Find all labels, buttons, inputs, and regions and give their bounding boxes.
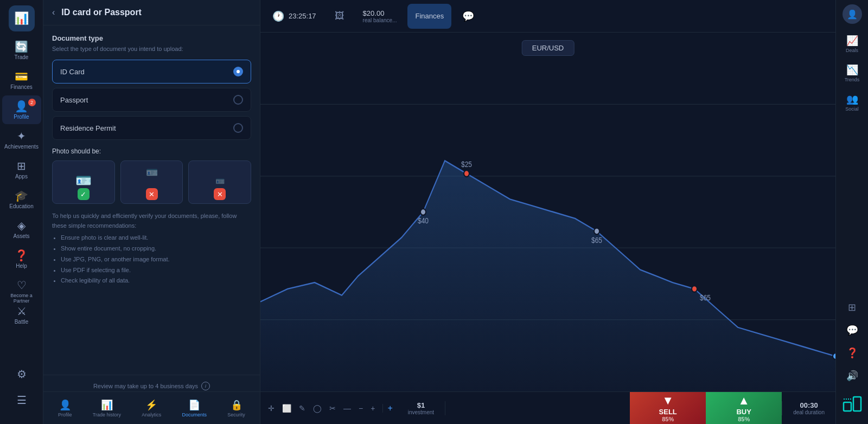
status-err2-icon: ✕ xyxy=(214,188,226,200)
sidebar-item-achievements[interactable]: ✦ Achievements xyxy=(2,125,41,154)
topbar-chat[interactable]: 💬 xyxy=(455,4,482,29)
svg-point-4 xyxy=(420,209,426,215)
trading-bar: ✛ ⬜ ✎ ◯ ✂ — − + + $1 investment ▼ SELL 8… xyxy=(260,391,835,424)
topbar-finances[interactable]: Finances xyxy=(407,4,451,29)
sidebar-label-help: Help xyxy=(16,263,27,269)
svg-point-8 xyxy=(594,228,599,235)
radio-passport xyxy=(233,95,243,105)
sidebar-item-apps[interactable]: ⊞ Apps xyxy=(2,155,41,184)
tool-scissors[interactable]: ✂ xyxy=(329,404,336,413)
rs-grid-button[interactable]: ⊞ xyxy=(838,297,866,318)
sidebar-item-trade[interactable]: 🔄 Trade xyxy=(2,36,41,65)
status-ok-icon: ✓ xyxy=(78,188,90,200)
tip-2: Show entire document, no cropping. xyxy=(61,243,251,254)
review-note: Review may take up to 4 business days i xyxy=(52,382,251,390)
help2-icon: ❓ xyxy=(846,347,858,359)
doc-option-id-card[interactable]: ID Card xyxy=(52,60,251,83)
chat2-icon: 💬 xyxy=(846,324,858,336)
buy-button[interactable]: ▲ BUY 85% xyxy=(706,392,782,425)
svg-text:$65: $65 xyxy=(591,236,602,245)
balance-info: $20.00 real balance... xyxy=(363,9,397,23)
sidebar-item-finances[interactable]: 💳 Finances xyxy=(2,66,41,94)
deal-duration-value: 00:30 xyxy=(800,401,818,409)
status-err1-icon: ✕ xyxy=(146,188,158,200)
finances-label: Finances xyxy=(415,12,444,20)
sidebar-bottom: ⚙ ☰ xyxy=(2,363,41,419)
tool-minus[interactable]: — xyxy=(343,404,351,413)
topbar-clock[interactable]: 🕐 23:25:17 xyxy=(265,4,324,29)
bottom-history-icon: 📊 xyxy=(101,399,113,411)
bottom-nav-security[interactable]: 🔒 Security xyxy=(223,397,250,420)
help-icon: ❓ xyxy=(15,249,28,262)
bottom-documents-icon: 📄 xyxy=(188,399,200,411)
image-icon: 🖼 xyxy=(335,10,344,22)
sidebar-item-profile[interactable]: 2 👤 Profile xyxy=(2,95,41,124)
tool-square[interactable]: ⬜ xyxy=(282,404,291,413)
sell-direction-icon: ▼ xyxy=(662,394,674,408)
card-icon-ok: 🪪 xyxy=(75,173,92,188)
rs-item-social[interactable]: 👥 Social xyxy=(838,89,866,116)
topbar-image[interactable]: 🖼 xyxy=(327,4,352,29)
profile-icon: 👤 xyxy=(15,100,28,113)
eurusd-badge[interactable]: EUR/USD xyxy=(522,40,575,56)
photo-examples: 🪪 ✓ 🪪 ✕ 🪪 ✕ xyxy=(52,160,251,204)
add-investment-button[interactable]: + xyxy=(383,403,397,413)
right-sidebar: 👤 📈 Deals 📉 Trends 👥 Social ⊞ 💬 ❓ 🔊 xyxy=(835,0,868,424)
sell-label: SELL xyxy=(659,408,677,416)
main-area: 🕐 23:25:17 🖼 $20.00 real balance... Fina… xyxy=(260,0,835,424)
photo-example-bad2: 🪪 ✕ xyxy=(188,160,251,204)
profile-badge: 2 xyxy=(28,99,36,106)
bottom-nav-analytics[interactable]: ⚡ Analytics xyxy=(137,397,165,420)
doc-option-residence[interactable]: Residence Permit xyxy=(52,116,251,140)
bottom-nav-documents[interactable]: 📄 Documents xyxy=(178,397,212,420)
social-icon: 👥 xyxy=(846,93,858,105)
panel-content: Document type Select the type of documen… xyxy=(43,25,260,375)
doc-option-passport-label: Passport xyxy=(60,96,88,104)
sidebar-label-battle: Battle xyxy=(15,319,29,325)
svg-point-10 xyxy=(692,286,697,292)
tip-3: Use JPG, PNG, or another image format. xyxy=(61,254,251,265)
rs-item-trends[interactable]: 📉 Trends xyxy=(838,60,866,87)
app-logo: 📊 xyxy=(9,5,35,31)
sidebar-item-partner[interactable]: ♡ Become a Partner xyxy=(2,274,41,299)
tool-zoom-in[interactable]: + xyxy=(371,404,375,413)
rs-help-button[interactable]: ❓ xyxy=(838,343,866,363)
sidebar-item-assets[interactable]: ◈ Assets xyxy=(2,215,41,243)
tool-zoom-out[interactable]: − xyxy=(359,404,363,413)
back-button[interactable]: ‹ xyxy=(52,8,55,17)
doc-type-desc: Select the type of document you intend t… xyxy=(52,46,251,52)
tool-circle[interactable]: ◯ xyxy=(313,404,322,413)
rs-item-deals[interactable]: 📈 Deals xyxy=(838,30,866,57)
rs-sound-button[interactable]: 🔊 xyxy=(838,365,866,386)
bottom-nav-profile[interactable]: 👤 Profile xyxy=(54,397,76,420)
finances-icon: 💳 xyxy=(15,70,28,83)
tip-4: Use PDF if selecting a file. xyxy=(61,265,251,276)
tool-crosshair[interactable]: ✛ xyxy=(268,404,275,413)
topbar-balance[interactable]: $20.00 real balance... xyxy=(355,4,405,29)
sidebar-item-menu[interactable]: ☰ xyxy=(2,389,41,412)
settings-icon: ⚙ xyxy=(17,368,27,381)
sell-button[interactable]: ▼ SELL 85% xyxy=(630,392,706,425)
buy-pct: 85% xyxy=(738,416,750,422)
balance-value: $20.00 xyxy=(363,9,397,17)
user-avatar[interactable]: 👤 xyxy=(843,4,862,24)
tips-section: To help us quickly and efficiently verif… xyxy=(52,211,251,286)
sidebar-item-settings[interactable]: ⚙ xyxy=(2,363,41,386)
tool-pencil[interactable]: ✎ xyxy=(299,404,305,413)
sidebar-item-battle[interactable]: ⚔ Battle xyxy=(2,300,41,329)
bottom-nav-trade-history[interactable]: 📊 Trade history xyxy=(88,397,125,420)
left-sidebar: 📊 🔄 Trade 💳 Finances 2 👤 Profile ✦ Achie… xyxy=(0,0,43,424)
sidebar-item-help[interactable]: ❓ Help xyxy=(2,245,41,273)
buy-direction-icon: ▲ xyxy=(738,394,750,408)
sidebar-label-achievements: Achievements xyxy=(4,144,39,150)
bottom-history-label: Trade history xyxy=(93,412,121,417)
investment-label: investment xyxy=(408,409,434,415)
top-bar: 🕐 23:25:17 🖼 $20.00 real balance... Fina… xyxy=(260,0,835,33)
doc-option-passport[interactable]: Passport xyxy=(52,88,251,112)
rs-chat-button[interactable]: 💬 xyxy=(838,320,866,341)
photo-example-bad1: 🪪 ✕ xyxy=(120,160,183,204)
sidebar-item-education[interactable]: 🎓 Education xyxy=(2,185,41,214)
chart-area: EUR/USD $40 $25 $65 xyxy=(260,33,835,391)
bottom-security-label: Security xyxy=(227,412,245,417)
grid-icon: ⊞ xyxy=(848,301,856,313)
